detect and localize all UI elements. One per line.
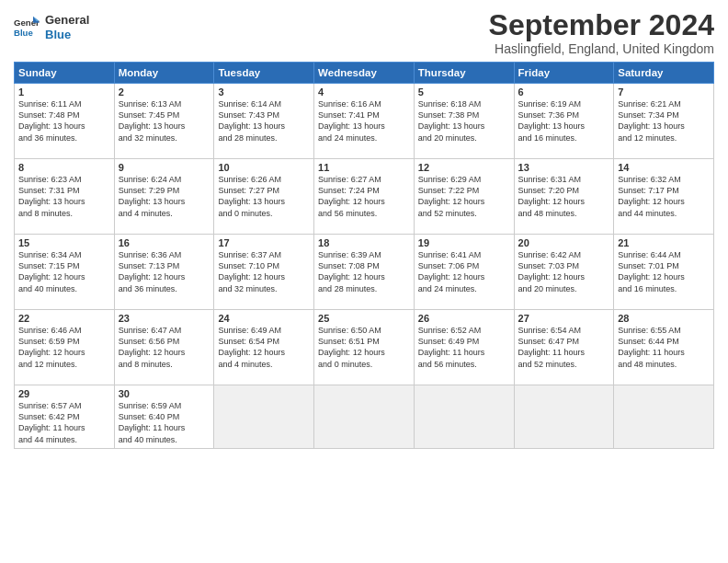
day-info: Sunrise: 6:47 AM Sunset: 6:56 PM Dayligh… (119, 325, 210, 370)
day-info: Sunrise: 6:41 AM Sunset: 7:06 PM Dayligh… (418, 249, 510, 294)
logo: General Blue General Blue (14, 13, 89, 41)
day-number: 9 (119, 162, 210, 173)
day-number: 24 (218, 313, 310, 324)
day-number: 4 (318, 86, 410, 98)
day-number: 30 (119, 388, 210, 399)
day-info: Sunrise: 6:13 AM Sunset: 7:45 PM Dayligh… (119, 98, 210, 144)
location: Haslingfield, England, United Kingdom (489, 41, 714, 56)
day-info: Sunrise: 6:34 AM Sunset: 7:15 PM Dayligh… (18, 249, 110, 294)
table-row: 21Sunrise: 6:44 AM Sunset: 7:01 PM Dayli… (614, 235, 714, 310)
day-number: 5 (418, 86, 510, 98)
day-number: 6 (518, 86, 610, 98)
table-row: 28Sunrise: 6:55 AM Sunset: 6:44 PM Dayli… (614, 310, 714, 385)
table-row: 12Sunrise: 6:29 AM Sunset: 7:22 PM Dayli… (414, 159, 514, 235)
day-number: 27 (518, 313, 610, 324)
table-row: 14Sunrise: 6:32 AM Sunset: 7:17 PM Dayli… (614, 159, 714, 235)
table-row: 1Sunrise: 6:11 AM Sunset: 7:48 PM Daylig… (15, 84, 115, 159)
table-row: 11Sunrise: 6:27 AM Sunset: 7:24 PM Dayli… (314, 159, 415, 235)
col-sunday: Sunday (15, 63, 115, 84)
col-monday: Monday (114, 63, 214, 84)
day-info: Sunrise: 6:23 AM Sunset: 7:31 PM Dayligh… (18, 174, 110, 219)
day-info: Sunrise: 6:44 AM Sunset: 7:01 PM Dayligh… (618, 249, 710, 294)
day-info: Sunrise: 6:54 AM Sunset: 6:47 PM Dayligh… (518, 325, 610, 370)
day-number: 19 (418, 237, 510, 248)
day-info: Sunrise: 6:32 AM Sunset: 7:17 PM Dayligh… (618, 174, 710, 219)
table-row: 5Sunrise: 6:18 AM Sunset: 7:38 PM Daylig… (414, 84, 514, 159)
day-info: Sunrise: 6:46 AM Sunset: 6:59 PM Dayligh… (18, 325, 110, 370)
col-friday: Friday (514, 63, 614, 84)
day-number: 22 (18, 313, 110, 324)
day-info: Sunrise: 6:49 AM Sunset: 6:54 PM Dayligh… (218, 325, 310, 370)
day-number: 17 (218, 237, 310, 248)
day-info: Sunrise: 6:26 AM Sunset: 7:27 PM Dayligh… (218, 174, 310, 219)
title-block: September 2024 Haslingfield, England, Un… (489, 9, 714, 56)
day-number: 3 (218, 86, 310, 98)
day-info: Sunrise: 6:57 AM Sunset: 6:42 PM Dayligh… (18, 400, 110, 445)
table-row: 6Sunrise: 6:19 AM Sunset: 7:36 PM Daylig… (514, 84, 614, 159)
day-number: 15 (18, 237, 110, 248)
day-number: 1 (18, 86, 110, 98)
table-row: 24Sunrise: 6:49 AM Sunset: 6:54 PM Dayli… (214, 310, 314, 385)
month-title: September 2024 (489, 9, 714, 41)
day-info: Sunrise: 6:39 AM Sunset: 7:08 PM Dayligh… (318, 249, 410, 294)
col-saturday: Saturday (614, 63, 714, 84)
table-row: 27Sunrise: 6:54 AM Sunset: 6:47 PM Dayli… (514, 310, 614, 385)
day-info: Sunrise: 6:11 AM Sunset: 7:48 PM Dayligh… (18, 98, 110, 144)
calendar-header-row: Sunday Monday Tuesday Wednesday Thursday… (15, 63, 714, 84)
table-row: 19Sunrise: 6:41 AM Sunset: 7:06 PM Dayli… (414, 235, 514, 310)
day-number: 26 (418, 313, 510, 324)
day-info: Sunrise: 6:50 AM Sunset: 6:51 PM Dayligh… (318, 325, 410, 370)
table-row: 10Sunrise: 6:26 AM Sunset: 7:27 PM Dayli… (214, 159, 314, 235)
day-number: 10 (218, 162, 310, 173)
logo-line1: General (45, 13, 89, 28)
table-row (514, 385, 614, 449)
day-info: Sunrise: 6:52 AM Sunset: 6:49 PM Dayligh… (418, 325, 510, 370)
day-info: Sunrise: 6:18 AM Sunset: 7:38 PM Dayligh… (418, 98, 510, 144)
table-row: 7Sunrise: 6:21 AM Sunset: 7:34 PM Daylig… (614, 84, 714, 159)
table-row: 15Sunrise: 6:34 AM Sunset: 7:15 PM Dayli… (15, 235, 115, 310)
day-number: 23 (119, 313, 210, 324)
table-row: 8Sunrise: 6:23 AM Sunset: 7:31 PM Daylig… (15, 159, 115, 235)
day-number: 18 (318, 237, 410, 248)
col-wednesday: Wednesday (314, 63, 415, 84)
logo-line2: Blue (45, 28, 89, 42)
day-info: Sunrise: 6:14 AM Sunset: 7:43 PM Dayligh… (218, 98, 310, 144)
logo-icon: General Blue (14, 15, 40, 40)
table-row: 18Sunrise: 6:39 AM Sunset: 7:08 PM Dayli… (314, 235, 415, 310)
calendar-table: Sunday Monday Tuesday Wednesday Thursday… (14, 62, 714, 449)
day-number: 29 (18, 388, 110, 399)
table-row: 26Sunrise: 6:52 AM Sunset: 6:49 PM Dayli… (414, 310, 514, 385)
day-info: Sunrise: 6:29 AM Sunset: 7:22 PM Dayligh… (418, 174, 510, 219)
day-number: 11 (318, 162, 410, 173)
day-number: 12 (418, 162, 510, 173)
day-number: 20 (518, 237, 610, 248)
table-row: 9Sunrise: 6:24 AM Sunset: 7:29 PM Daylig… (114, 159, 214, 235)
day-info: Sunrise: 6:27 AM Sunset: 7:24 PM Dayligh… (318, 174, 410, 219)
table-row: 20Sunrise: 6:42 AM Sunset: 7:03 PM Dayli… (514, 235, 614, 310)
table-row: 2Sunrise: 6:13 AM Sunset: 7:45 PM Daylig… (114, 84, 214, 159)
table-row: 23Sunrise: 6:47 AM Sunset: 6:56 PM Dayli… (114, 310, 214, 385)
table-row: 17Sunrise: 6:37 AM Sunset: 7:10 PM Dayli… (214, 235, 314, 310)
day-number: 13 (518, 162, 610, 173)
day-number: 14 (618, 162, 710, 173)
page: General Blue General Blue September 2024… (0, 0, 728, 563)
day-number: 7 (618, 86, 710, 98)
table-row: 30Sunrise: 6:59 AM Sunset: 6:40 PM Dayli… (114, 385, 214, 449)
day-number: 16 (119, 237, 210, 248)
table-row (614, 385, 714, 449)
day-number: 28 (618, 313, 710, 324)
table-row: 3Sunrise: 6:14 AM Sunset: 7:43 PM Daylig… (214, 84, 314, 159)
table-row: 25Sunrise: 6:50 AM Sunset: 6:51 PM Dayli… (314, 310, 415, 385)
table-row (414, 385, 514, 449)
header: General Blue General Blue September 2024… (14, 9, 714, 56)
table-row: 22Sunrise: 6:46 AM Sunset: 6:59 PM Dayli… (15, 310, 115, 385)
col-tuesday: Tuesday (214, 63, 314, 84)
day-info: Sunrise: 6:59 AM Sunset: 6:40 PM Dayligh… (119, 400, 210, 445)
svg-text:Blue: Blue (14, 27, 33, 37)
day-number: 21 (618, 237, 710, 248)
day-info: Sunrise: 6:42 AM Sunset: 7:03 PM Dayligh… (518, 249, 610, 294)
day-info: Sunrise: 6:36 AM Sunset: 7:13 PM Dayligh… (119, 249, 210, 294)
day-info: Sunrise: 6:31 AM Sunset: 7:20 PM Dayligh… (518, 174, 610, 219)
table-row: 29Sunrise: 6:57 AM Sunset: 6:42 PM Dayli… (15, 385, 115, 449)
table-row: 16Sunrise: 6:36 AM Sunset: 7:13 PM Dayli… (114, 235, 214, 310)
